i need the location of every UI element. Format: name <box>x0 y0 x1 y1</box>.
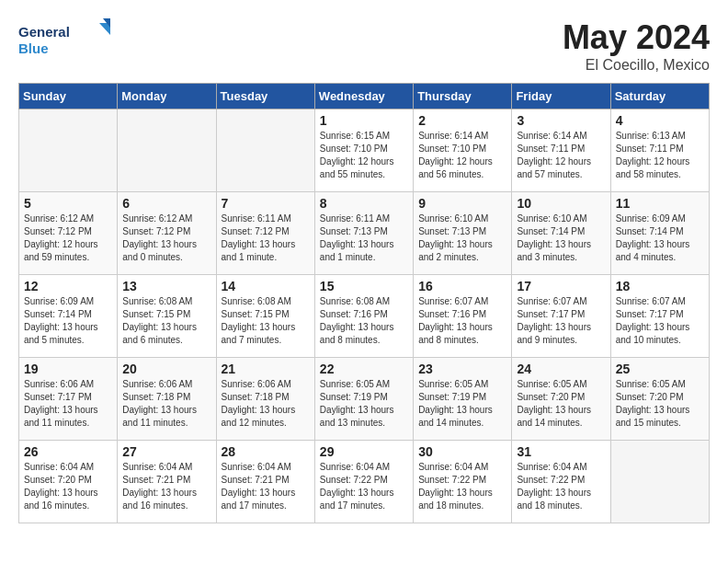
day-header-tuesday: Tuesday <box>216 84 314 109</box>
day-detail: Sunrise: 6:04 AMSunset: 7:21 PMDaylight:… <box>222 461 310 512</box>
day-header-thursday: Thursday <box>414 84 512 109</box>
day-number: 17 <box>517 279 605 293</box>
calendar-cell: 23 Sunrise: 6:05 AMSunset: 7:19 PMDaylig… <box>414 358 512 441</box>
day-number: 14 <box>222 279 310 293</box>
day-detail: Sunrise: 6:04 AMSunset: 7:22 PMDaylight:… <box>517 461 605 512</box>
header: General Blue May 2024 El Coecillo, Mexic… <box>18 18 710 74</box>
calendar-cell <box>610 441 709 523</box>
calendar-cell: 21 Sunrise: 6:06 AMSunset: 7:18 PMDaylig… <box>216 358 314 441</box>
calendar-cell <box>118 109 216 192</box>
day-detail: Sunrise: 6:05 AMSunset: 7:20 PMDaylight:… <box>616 378 704 430</box>
day-detail: Sunrise: 6:04 AMSunset: 7:22 PMDaylight:… <box>320 461 408 512</box>
day-number: 7 <box>222 196 310 211</box>
day-number: 26 <box>24 444 112 459</box>
day-header-saturday: Saturday <box>610 84 709 109</box>
calendar-cell: 11 Sunrise: 6:09 AMSunset: 7:14 PMDaylig… <box>610 192 709 275</box>
day-number: 18 <box>616 279 704 293</box>
calendar-cell: 4 Sunrise: 6:13 AMSunset: 7:11 PMDayligh… <box>610 109 709 192</box>
day-number: 21 <box>222 362 310 376</box>
location: El Coecillo, Mexico <box>563 57 710 74</box>
day-number: 27 <box>122 444 210 459</box>
calendar-cell: 13 Sunrise: 6:08 AMSunset: 7:15 PMDaylig… <box>118 275 216 358</box>
calendar-cell: 17 Sunrise: 6:07 AMSunset: 7:17 PMDaylig… <box>512 275 610 358</box>
svg-text:Blue: Blue <box>18 40 49 56</box>
day-detail: Sunrise: 6:11 AMSunset: 7:12 PMDaylight:… <box>222 213 310 264</box>
svg-text:General: General <box>18 24 70 40</box>
week-row-4: 19 Sunrise: 6:06 AMSunset: 7:17 PMDaylig… <box>19 358 710 441</box>
day-number: 4 <box>616 113 704 128</box>
day-number: 22 <box>320 362 408 376</box>
header-row: SundayMondayTuesdayWednesdayThursdayFrid… <box>19 84 710 109</box>
calendar-cell: 6 Sunrise: 6:12 AMSunset: 7:12 PMDayligh… <box>118 192 216 275</box>
logo: General Blue <box>18 18 110 63</box>
calendar-cell: 10 Sunrise: 6:10 AMSunset: 7:14 PMDaylig… <box>512 192 610 275</box>
day-detail: Sunrise: 6:08 AMSunset: 7:16 PMDaylight:… <box>320 295 408 347</box>
day-number: 24 <box>517 362 605 376</box>
day-number: 13 <box>122 279 210 293</box>
day-number: 12 <box>24 279 112 293</box>
day-detail: Sunrise: 6:07 AMSunset: 7:17 PMDaylight:… <box>616 295 704 347</box>
calendar-cell: 27 Sunrise: 6:04 AMSunset: 7:21 PMDaylig… <box>118 441 216 523</box>
day-detail: Sunrise: 6:05 AMSunset: 7:20 PMDaylight:… <box>517 378 605 430</box>
day-number: 29 <box>320 444 408 459</box>
day-header-monday: Monday <box>118 84 216 109</box>
day-number: 6 <box>122 196 210 211</box>
calendar-cell: 24 Sunrise: 6:05 AMSunset: 7:20 PMDaylig… <box>512 358 610 441</box>
day-header-friday: Friday <box>512 84 610 109</box>
calendar-cell: 18 Sunrise: 6:07 AMSunset: 7:17 PMDaylig… <box>610 275 709 358</box>
day-number: 10 <box>517 196 605 211</box>
week-row-2: 5 Sunrise: 6:12 AMSunset: 7:12 PMDayligh… <box>19 192 710 275</box>
calendar-cell: 22 Sunrise: 6:05 AMSunset: 7:19 PMDaylig… <box>314 358 413 441</box>
day-detail: Sunrise: 6:13 AMSunset: 7:11 PMDaylight:… <box>616 130 704 181</box>
calendar-cell: 14 Sunrise: 6:08 AMSunset: 7:15 PMDaylig… <box>216 275 314 358</box>
day-detail: Sunrise: 6:10 AMSunset: 7:14 PMDaylight:… <box>517 213 605 264</box>
calendar-cell: 1 Sunrise: 6:15 AMSunset: 7:10 PMDayligh… <box>314 109 413 192</box>
day-number: 8 <box>320 196 408 211</box>
day-detail: Sunrise: 6:09 AMSunset: 7:14 PMDaylight:… <box>24 295 112 347</box>
day-number: 5 <box>24 196 112 211</box>
week-row-3: 12 Sunrise: 6:09 AMSunset: 7:14 PMDaylig… <box>19 275 710 358</box>
day-detail: Sunrise: 6:04 AMSunset: 7:21 PMDaylight:… <box>122 461 210 512</box>
day-detail: Sunrise: 6:15 AMSunset: 7:10 PMDaylight:… <box>320 130 408 181</box>
day-detail: Sunrise: 6:04 AMSunset: 7:22 PMDaylight:… <box>418 461 506 512</box>
day-number: 3 <box>517 113 605 128</box>
calendar-cell: 2 Sunrise: 6:14 AMSunset: 7:10 PMDayligh… <box>414 109 512 192</box>
day-detail: Sunrise: 6:05 AMSunset: 7:19 PMDaylight:… <box>418 378 506 430</box>
calendar-cell: 26 Sunrise: 6:04 AMSunset: 7:20 PMDaylig… <box>19 441 118 523</box>
day-number: 9 <box>418 196 506 211</box>
day-header-wednesday: Wednesday <box>314 84 413 109</box>
day-detail: Sunrise: 6:07 AMSunset: 7:16 PMDaylight:… <box>418 295 506 347</box>
day-number: 19 <box>24 362 112 376</box>
calendar-cell: 19 Sunrise: 6:06 AMSunset: 7:17 PMDaylig… <box>19 358 118 441</box>
calendar-cell: 7 Sunrise: 6:11 AMSunset: 7:12 PMDayligh… <box>216 192 314 275</box>
calendar-cell: 25 Sunrise: 6:05 AMSunset: 7:20 PMDaylig… <box>610 358 709 441</box>
day-detail: Sunrise: 6:04 AMSunset: 7:20 PMDaylight:… <box>24 461 112 512</box>
day-number: 28 <box>222 444 310 459</box>
month-title: May 2024 <box>563 18 710 57</box>
calendar-cell <box>216 109 314 192</box>
week-row-5: 26 Sunrise: 6:04 AMSunset: 7:20 PMDaylig… <box>19 441 710 523</box>
day-detail: Sunrise: 6:12 AMSunset: 7:12 PMDaylight:… <box>24 213 112 264</box>
day-detail: Sunrise: 6:09 AMSunset: 7:14 PMDaylight:… <box>616 213 704 264</box>
day-detail: Sunrise: 6:12 AMSunset: 7:12 PMDaylight:… <box>122 213 210 264</box>
calendar-cell: 29 Sunrise: 6:04 AMSunset: 7:22 PMDaylig… <box>314 441 413 523</box>
day-number: 25 <box>616 362 704 376</box>
day-number: 23 <box>418 362 506 376</box>
day-number: 11 <box>616 196 704 211</box>
day-number: 30 <box>418 444 506 459</box>
day-number: 2 <box>418 113 506 128</box>
day-detail: Sunrise: 6:14 AMSunset: 7:10 PMDaylight:… <box>418 130 506 181</box>
day-number: 1 <box>320 113 408 128</box>
calendar-cell: 3 Sunrise: 6:14 AMSunset: 7:11 PMDayligh… <box>512 109 610 192</box>
day-number: 16 <box>418 279 506 293</box>
calendar-cell: 15 Sunrise: 6:08 AMSunset: 7:16 PMDaylig… <box>314 275 413 358</box>
title-block: May 2024 El Coecillo, Mexico <box>563 18 710 74</box>
calendar-cell: 20 Sunrise: 6:06 AMSunset: 7:18 PMDaylig… <box>118 358 216 441</box>
day-number: 31 <box>517 444 605 459</box>
calendar-cell: 30 Sunrise: 6:04 AMSunset: 7:22 PMDaylig… <box>414 441 512 523</box>
day-detail: Sunrise: 6:05 AMSunset: 7:19 PMDaylight:… <box>320 378 408 430</box>
calendar-cell: 16 Sunrise: 6:07 AMSunset: 7:16 PMDaylig… <box>414 275 512 358</box>
day-header-sunday: Sunday <box>19 84 118 109</box>
day-detail: Sunrise: 6:07 AMSunset: 7:17 PMDaylight:… <box>517 295 605 347</box>
calendar-cell: 12 Sunrise: 6:09 AMSunset: 7:14 PMDaylig… <box>19 275 118 358</box>
